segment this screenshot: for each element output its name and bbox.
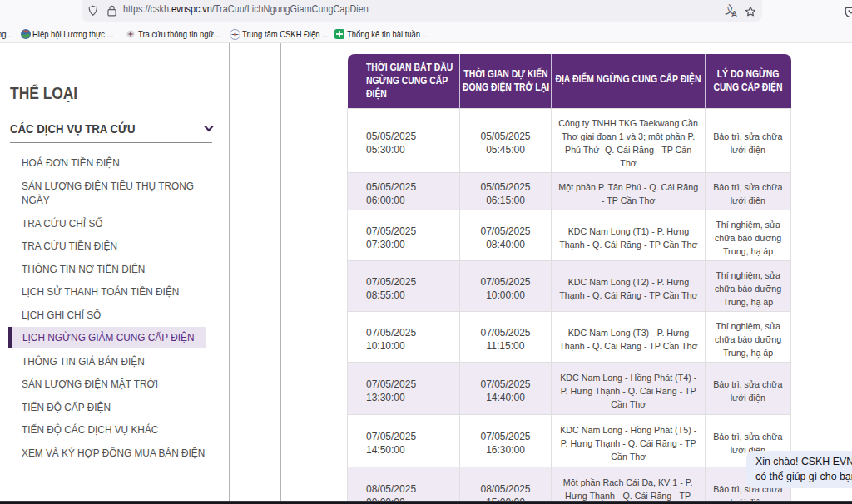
svg-text:A: A [731, 9, 737, 19]
